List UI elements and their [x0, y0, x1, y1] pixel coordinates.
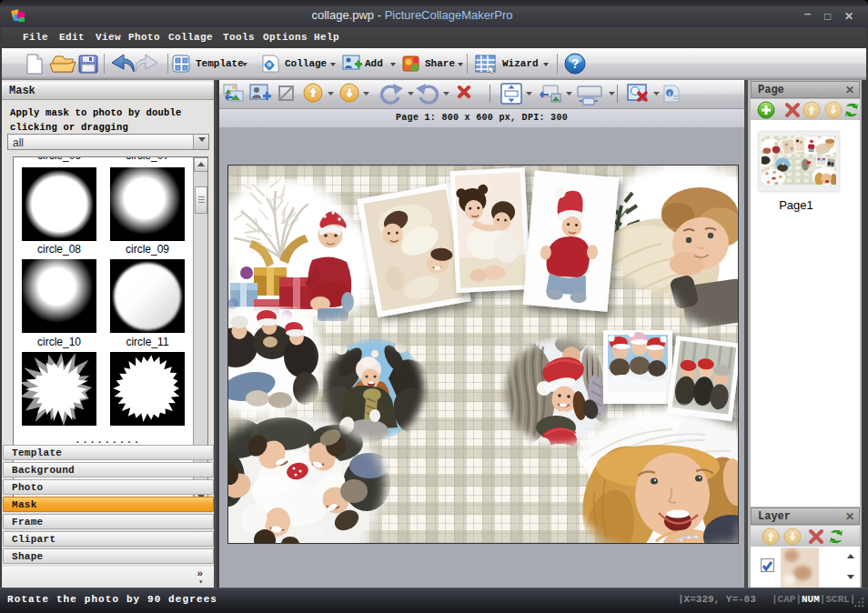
- svg-text:?: ?: [571, 56, 580, 71]
- svg-text:i: i: [669, 90, 671, 97]
